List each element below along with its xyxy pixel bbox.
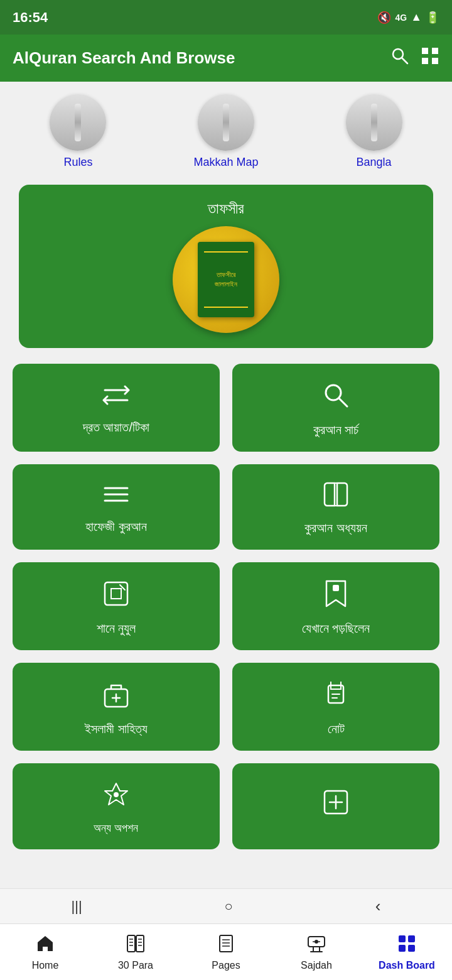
svg-rect-3: [432, 48, 438, 54]
featured-tafsir-card[interactable]: তাফসীর তাফসীরেজালালাইন: [19, 185, 433, 348]
quran-study-icon: [322, 482, 350, 511]
quick-ayat-icon: [102, 384, 130, 410]
header-actions: [390, 46, 439, 70]
islamic-lit-button[interactable]: ইসলামী সাহিত্য: [13, 663, 220, 751]
shaner-nuzul-label: শানে নুযুল: [97, 620, 136, 636]
bottom-nav: Home 30 Para Pages: [0, 923, 452, 980]
islamic-lit-icon: [102, 680, 130, 712]
svg-rect-4: [422, 58, 428, 64]
30-para-nav-icon: [126, 934, 145, 957]
app-title: AlQuran Search And Browse: [13, 48, 235, 68]
rules-icon-wrap: [50, 94, 106, 151]
main-content: Rules Makkah Map Bangla তাফসীর তাফসীরেজা…: [0, 82, 452, 980]
nav-home[interactable]: Home: [0, 934, 90, 971]
book-cover-text: তাফসীরেজালালাইন: [211, 270, 241, 290]
quran-search-label: কুরআন সার্চ: [313, 422, 359, 438]
quick-ayat-label: দ্রত আয়াত/টিকা: [83, 419, 149, 435]
svg-rect-13: [105, 582, 127, 605]
extra-button[interactable]: [232, 763, 439, 849]
grid-menu-icon[interactable]: [421, 46, 439, 70]
svg-rect-43: [408, 935, 415, 942]
svg-rect-26: [127, 935, 135, 952]
mute-icon: 🔇: [377, 11, 391, 24]
featured-title: তাফসীর: [208, 200, 244, 217]
hafezi-quran-icon: [102, 483, 130, 509]
quran-search-button[interactable]: কুরআন সার্চ: [232, 364, 439, 452]
hafezi-quran-label: হাফেজী কুরআন: [85, 518, 147, 535]
hafezi-quran-button[interactable]: হাফেজী কুরআন: [13, 464, 220, 550]
shortcuts-bar: Rules Makkah Map Bangla: [0, 82, 452, 175]
svg-rect-34: [220, 935, 232, 952]
svg-rect-44: [399, 945, 406, 952]
dashboard-nav-label: Dash Board: [379, 960, 435, 971]
grid-section: দ্রত আয়াত/টিকা কুরআন সার্চ: [0, 357, 452, 856]
svg-rect-45: [408, 945, 415, 952]
home-nav-icon: [36, 934, 55, 957]
shaner-nuzul-icon: [102, 580, 130, 611]
app-header: AlQuran Search And Browse: [0, 35, 452, 82]
book-circle: তাফসীরেজালালাইন: [173, 226, 279, 333]
svg-rect-30: [136, 935, 144, 952]
note-button[interactable]: নোট: [232, 663, 439, 751]
battery-icon: 🔋: [426, 11, 439, 24]
shortcut-rules[interactable]: Rules: [50, 94, 106, 169]
grid-row-2: হাফেজী কুরআন কুরআন অধ্যয়ন: [13, 464, 439, 550]
svg-point-39: [315, 940, 318, 944]
svg-rect-2: [422, 48, 428, 54]
more-options-icon: [102, 781, 130, 812]
sajdah-nav-icon: [307, 934, 326, 957]
grid-row-4: ইসলামী সাহিত্য নোট: [13, 663, 439, 751]
quick-ayat-button[interactable]: দ্রত আয়াত/টিকা: [13, 364, 220, 452]
svg-point-22: [114, 792, 119, 797]
grid-row-1: দ্রত আয়াত/টিকা কুরআন সার্চ: [13, 364, 439, 452]
status-icons: 🔇 4G ▲ 🔋: [377, 11, 439, 24]
note-icon: [322, 680, 350, 712]
note-label: নোট: [328, 721, 345, 737]
sys-nav-back[interactable]: ‹: [375, 896, 381, 916]
pages-nav-icon: [217, 934, 235, 957]
sys-nav-recent[interactable]: |||: [71, 898, 82, 915]
svg-rect-5: [432, 58, 438, 64]
quran-study-button[interactable]: কুরআন অধ্যয়ন: [232, 464, 439, 550]
status-bar: 16:54 🔇 4G ▲ 🔋: [0, 0, 452, 35]
makkah-map-label: Makkah Map: [193, 156, 258, 169]
svg-rect-14: [333, 585, 339, 591]
svg-rect-42: [399, 935, 406, 942]
makkah-map-icon-wrap: [198, 94, 254, 151]
network-icon: 4G: [395, 13, 407, 23]
shortcut-makkah-map[interactable]: Makkah Map: [193, 94, 258, 169]
dashboard-nav-icon: [397, 934, 416, 957]
more-options-label: অন্য অপশন: [94, 821, 138, 836]
system-nav: ||| ○ ‹: [0, 888, 452, 923]
sys-nav-home[interactable]: ○: [225, 898, 233, 915]
search-icon[interactable]: [390, 46, 409, 70]
nav-pages[interactable]: Pages: [181, 934, 271, 971]
grid-row-5: অন্য অপশন: [13, 763, 439, 849]
30-para-nav-label: 30 Para: [118, 960, 153, 971]
status-time: 16:54: [13, 9, 48, 26]
rules-label: Rules: [63, 156, 92, 169]
grid-row-3: শানে নুযুল যেখানে পড়ছিলেন: [13, 562, 439, 650]
bangla-label: Bangla: [356, 156, 391, 169]
more-options-button[interactable]: অন্য অপশন: [13, 763, 220, 849]
nav-30-para[interactable]: 30 Para: [90, 934, 181, 971]
quran-study-label: কুরআন অধ্যয়ন: [304, 520, 367, 536]
shaner-nuzul-button[interactable]: শানে নুযুল: [13, 562, 220, 650]
nav-sajdah[interactable]: Sajdah: [271, 934, 362, 971]
last-reading-button[interactable]: যেখানে পড়ছিলেন: [232, 562, 439, 650]
quran-search-icon: [322, 381, 350, 413]
sajdah-nav-label: Sajdah: [301, 960, 332, 971]
svg-line-1: [402, 58, 407, 63]
islamic-lit-label: ইসলামী সাহিত্য: [85, 721, 148, 737]
shortcut-bangla[interactable]: Bangla: [346, 94, 402, 169]
nav-dashboard[interactable]: Dash Board: [362, 934, 452, 971]
book-cover: তাফসীরেজালালাইন: [198, 242, 254, 317]
signal-icon: ▲: [411, 11, 422, 24]
pages-nav-label: Pages: [212, 960, 240, 971]
last-reading-label: যেখানে পড়ছিলেন: [302, 620, 370, 636]
bangla-icon-wrap: [346, 94, 402, 151]
extra-icon: [322, 788, 350, 820]
home-nav-label: Home: [32, 960, 59, 971]
svg-line-7: [339, 398, 347, 406]
last-reading-icon: [324, 580, 348, 611]
